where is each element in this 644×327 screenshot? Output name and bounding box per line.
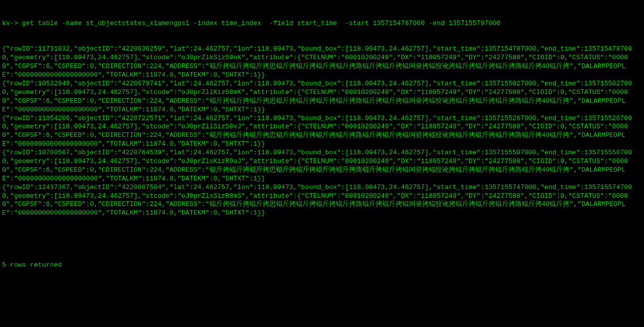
result-status: 5 rows returned [2, 261, 642, 270]
json-row: {"rowID":10780507,"objectID":"4220764539… [2, 149, 642, 183]
json-row: {"rowID":11731032,"objectID":"4220636259… [2, 45, 642, 80]
json-row: {"rowID":11054206,"objectID":"4220722571… [2, 114, 642, 149]
command-prompt: kv-> get table -name st_objectstates_xia… [2, 19, 642, 28]
output-rows: {"rowID":11731032,"objectID":"4220636259… [2, 45, 642, 218]
json-row: {"rowID":12437367,"objectID":"4220807504… [2, 183, 642, 218]
terminal-output: kv-> get table -name st_objectstates_xia… [2, 2, 642, 278]
blank-line [2, 235, 642, 244]
json-row: {"rowID":10532949,"objectID":"4220679741… [2, 80, 642, 114]
